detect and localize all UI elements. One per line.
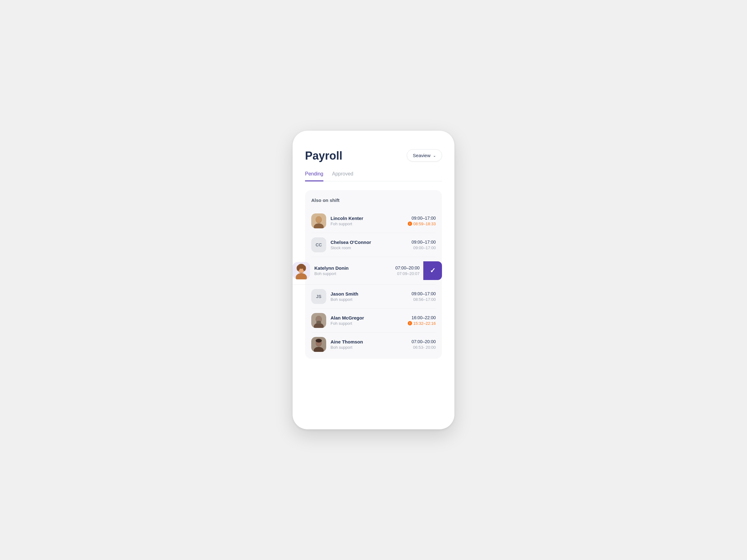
person-info: Alan McGregor Foh support	[331, 315, 408, 326]
svg-point-3	[316, 216, 321, 222]
person-role: Foh support	[331, 221, 408, 226]
chevron-down-icon: ⌄	[433, 153, 436, 158]
svg-point-10	[303, 265, 306, 271]
person-name: Katelynn Donin	[314, 265, 395, 271]
person-info: Katelynn Donin Boh support	[314, 265, 395, 276]
list-item[interactable]: Lincoln Kenter Foh support 09:00–17:00 0…	[311, 209, 436, 233]
shift-times: 07:00–20:00 07:09–20:07	[395, 265, 419, 276]
scheduled-time: 07:00–20:00	[395, 265, 419, 270]
shift-times: 07:00–20:00 06:53- 20:00	[411, 339, 436, 350]
phone-frame: Payroll Seaview ⌄ Pending Approved Also …	[292, 131, 455, 429]
card-section-label: Also on shift	[311, 197, 436, 203]
svg-point-15	[316, 321, 321, 324]
person-name: Chelsea O'Connor	[331, 240, 411, 245]
person-role: Boh support	[331, 345, 411, 350]
check-icon: ✓	[430, 267, 435, 275]
shift-times: 09:00–17:00 09:00–17:00	[411, 240, 436, 250]
actual-time: 15:32–22:16	[408, 321, 436, 326]
person-role: Foh support	[331, 321, 408, 326]
location-label: Seaview	[413, 153, 431, 158]
list-item[interactable]: Katelynn Donin Boh support 07:00–20:00 0…	[292, 257, 436, 285]
svg-point-20	[316, 339, 322, 343]
avatar: JS	[311, 289, 326, 304]
shift-times: 16:00–22:00 15:32–22:16	[408, 315, 436, 326]
person-name: Lincoln Kenter	[331, 216, 408, 221]
person-info: Aine Thomson Boh support	[331, 339, 411, 350]
person-info: Lincoln Kenter Foh support	[331, 216, 408, 226]
list-item[interactable]: Alan McGregor Foh support 16:00–22:00 15…	[311, 309, 436, 332]
avatar: CC	[311, 237, 326, 252]
tab-pending[interactable]: Pending	[305, 171, 324, 181]
scheduled-time: 09:00–17:00	[411, 240, 436, 244]
actual-time: 07:09–20:07	[395, 271, 419, 276]
scheduled-time: 07:00–20:00	[411, 339, 436, 344]
avatar	[311, 337, 326, 352]
actual-time: 08:56–17:00	[411, 297, 436, 302]
actual-time: 09:00–17:00	[411, 245, 436, 250]
location-selector[interactable]: Seaview ⌄	[407, 149, 442, 161]
scheduled-time: 09:00–17:00	[411, 291, 436, 296]
person-role: Boh support	[331, 297, 411, 302]
avatar	[311, 213, 326, 229]
avatar	[311, 313, 326, 328]
person-role: Boh support	[314, 271, 395, 276]
list-item[interactable]: CC Chelsea O'Connor Stock room 09:00–17:…	[311, 233, 436, 257]
avatar	[292, 262, 310, 279]
svg-point-9	[297, 265, 300, 271]
list-item[interactable]: Aine Thomson Boh support 07:00–20:00 06:…	[311, 332, 436, 356]
person-role: Stock room	[331, 245, 411, 250]
person-name: Aine Thomson	[331, 339, 411, 344]
approve-button[interactable]: ✓	[423, 261, 442, 280]
shift-times: 09:00–17:00 08:59–18:33	[408, 216, 436, 226]
person-name: Alan McGregor	[331, 315, 408, 320]
actual-time: 08:59–18:33	[408, 221, 436, 226]
shift-card: Also on shift Lincoln Kenter Foh support…	[305, 190, 442, 359]
shift-times: 09:00–17:00 08:56–17:00	[411, 291, 436, 302]
warning-icon	[408, 221, 412, 226]
tab-bar: Pending Approved	[305, 171, 442, 181]
list-item[interactable]: JS Jason Smith Boh support 09:00–17:00 0…	[311, 285, 436, 309]
scheduled-time: 09:00–17:00	[408, 216, 436, 220]
actual-time: 06:53- 20:00	[411, 345, 436, 350]
person-info: Chelsea O'Connor Stock room	[331, 240, 411, 250]
scheduled-time: 16:00–22:00	[408, 315, 436, 320]
person-info: Jason Smith Boh support	[331, 291, 411, 302]
tab-approved[interactable]: Approved	[332, 171, 354, 181]
warning-icon	[408, 321, 412, 325]
person-name: Jason Smith	[331, 291, 411, 296]
